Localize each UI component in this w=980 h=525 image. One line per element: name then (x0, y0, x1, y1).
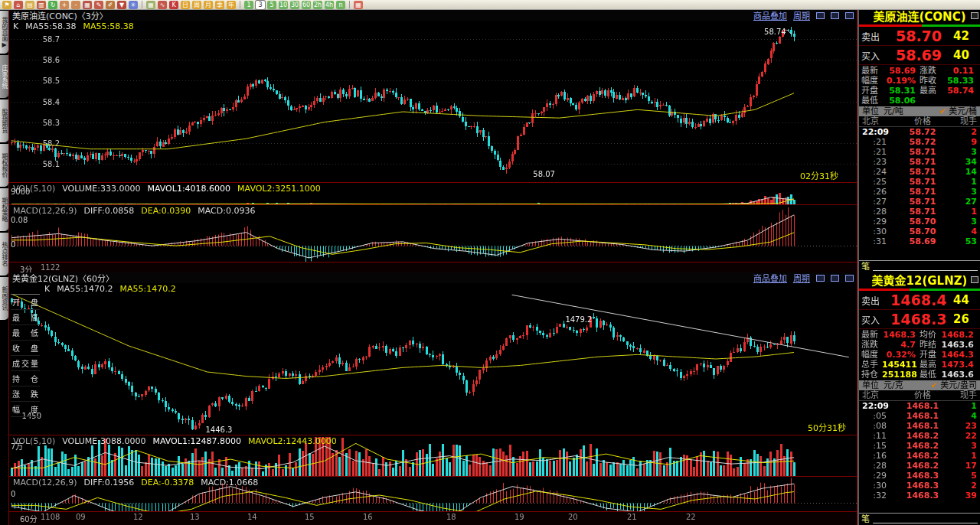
maximize-icon[interactable] (971, 12, 978, 19)
gold-volume-canvas[interactable] (9, 435, 857, 476)
toolbar-icon-snowflake[interactable]: ✳ (129, 1, 138, 9)
tick-row: :291468.35 (859, 471, 980, 481)
oil-bi-input[interactable] (873, 262, 978, 271)
maximize-icon[interactable] (971, 276, 978, 283)
sidebar-tab-7[interactable]: 新闻资讯 (0, 277, 8, 320)
layout-grid-icon[interactable] (845, 275, 854, 282)
oil-tick-header: 北京 价格 现手 (859, 116, 980, 127)
time-axis-label: 12 (133, 513, 143, 521)
sidebar-tab-6[interactable]: 热点排名 (0, 233, 8, 276)
time-axis-label: 20 (568, 513, 578, 521)
toolbar-icon-period-custom[interactable]: n (336, 1, 345, 9)
tick-row: :2158.713 (859, 147, 980, 157)
toolbar-icon-notebook[interactable]: ▤ (25, 1, 34, 9)
toolbar-icon-period-30min[interactable]: 30 (290, 1, 299, 9)
gold-time-axis: 60分 11080912131415161819202122 (9, 511, 857, 525)
toolbar-icon-home[interactable]: ⌂ (14, 1, 23, 9)
gold-price-canvas[interactable] (9, 283, 857, 435)
layout-single-icon[interactable] (816, 275, 825, 282)
time-axis-label: 21 (627, 513, 637, 521)
oil-bi-tab[interactable]: 笔 (861, 262, 870, 271)
layout-split-icon[interactable] (831, 275, 839, 282)
oil-overlay-link[interactable]: 商品叠加 (753, 9, 787, 21)
toolbar-icon-draw-pencil[interactable]: ✎ (94, 1, 103, 9)
gold-bi-input[interactable] (873, 515, 978, 523)
gold-period-label[interactable]: 60分 (20, 513, 38, 524)
tick-row: :2658.713 (859, 187, 980, 197)
tick-row: :151468.23 (859, 441, 980, 451)
sidebar-tab-4[interactable]: 期权报价 (0, 144, 8, 187)
toolbar-icon-period-120min[interactable]: 2h (313, 1, 322, 9)
oil-time-axis: 3分 1122 (9, 262, 857, 272)
toolbar-separator (349, 1, 350, 8)
oil-tick-list: 22:0958.722:2158.729:2158.713:2358.7134:… (859, 127, 980, 246)
time-axis-label: 13 (190, 513, 200, 521)
toolbar-icon-zoom-in[interactable]: + (60, 1, 69, 9)
oil-volume-canvas[interactable] (9, 183, 857, 204)
toolbar-icon-zoom-out[interactable]: - (71, 1, 80, 9)
layout-split-icon[interactable] (831, 12, 839, 19)
quote-info-row: 总手145411最高1473.4 (861, 360, 978, 370)
gold-unit-currency-toggle[interactable]: ✔ 美元/盎司 (931, 380, 977, 390)
gold-buy-price: 1468.3 (884, 311, 953, 328)
gold-buy-row[interactable]: 买入 1468.3 26 (859, 310, 980, 329)
toolbar-icon-quote-card[interactable]: ▥ (37, 1, 46, 9)
oil-unit-currency-toggle[interactable]: ✔ 美元/桶 (939, 106, 977, 116)
quote-info-row: 开盘58.31最高58.74 (861, 86, 978, 96)
time-axis-label: 14 (247, 513, 257, 521)
left-tab-strip: 我的页面▶庄家系统股指期货期权报价期权策略热点排名新闻资讯 (0, 10, 8, 525)
toolbar-icon-blocks[interactable]: ▦ (83, 1, 92, 9)
time-axis-label: 19 (514, 513, 524, 521)
toolbar-icon-period-240min[interactable]: 4h (325, 1, 334, 9)
toolbar-icon-bookmark[interactable]: ⚑ (2, 1, 11, 9)
oil-buy-row[interactable]: 买入 58.69 40 (859, 46, 980, 65)
toolbar-icon-period-60min[interactable]: 60 (302, 1, 311, 9)
oil-buy-price: 58.69 (884, 47, 953, 64)
layout-single-icon[interactable] (816, 12, 825, 19)
sidebar-tab-5[interactable]: 期权策略 (0, 188, 8, 231)
tick-row: :081468.123 (859, 421, 980, 431)
oil-quote-info-grid: 最新58.69涨跌0.11幅度0.19%昨收58.33开盘58.31最高58.7… (859, 65, 980, 106)
gold-overlay-link[interactable]: 商品叠加 (753, 272, 787, 284)
tick-row: :3058.704 (859, 227, 980, 236)
gold-macd-canvas[interactable] (9, 477, 857, 511)
tick-row: :2958.703 (859, 217, 980, 227)
toolbar-icon-period-quarter[interactable]: 季 (215, 1, 224, 9)
gold-sell-row[interactable]: 卖出 1468.4 44 (859, 291, 980, 310)
gold-period-link[interactable]: 周期 (793, 272, 810, 284)
oil-quote-section: 美原油连(CONC) 卖出 58.70 42 买入 58.69 40 最新58.… (859, 10, 980, 272)
oil-sell-row[interactable]: 卖出 58.70 42 (859, 27, 980, 46)
toolbar-icon-period-10min[interactable]: 10 (279, 1, 288, 9)
oil-macd-canvas[interactable] (9, 205, 857, 262)
sidebar-tab-2[interactable]: 庄家系统 (0, 55, 8, 98)
toolbar-icon-calculator[interactable]: ▦ (354, 1, 363, 9)
toolbar-icon-period-week[interactable]: 周 (192, 1, 201, 9)
toolbar-icon-period-3min[interactable]: 3 (256, 1, 265, 9)
toolbar-icon-period-5min[interactable]: 5 (267, 1, 276, 9)
time-axis-label: 22 (686, 513, 696, 521)
oil-period-link[interactable]: 周期 (793, 9, 810, 21)
toolbar-icon-draw-brush[interactable]: ✐ (106, 1, 115, 9)
gold-bi-bar: 笔 (859, 513, 980, 525)
toolbar-icon-filter[interactable]: ▼ (117, 1, 126, 9)
sidebar-tab-3[interactable]: 股指期货 (0, 99, 8, 142)
time-axis-label: 1108 (41, 513, 60, 521)
toolbar-icon-refresh[interactable]: ↻ (48, 1, 57, 9)
toolbar-icon-period-day[interactable]: 日 (181, 1, 190, 9)
tick-row: :111468.222 (859, 431, 980, 441)
gold-quote-title: 美黄金12(GLNZ) (859, 274, 980, 289)
oil-unit-bar: 单位 元/吨 ✔ 美元/桶 (859, 106, 980, 116)
toolbar-icon-k-line[interactable]: K (169, 1, 178, 9)
gold-bi-tab[interactable]: 笔 (861, 515, 870, 523)
sidebar-tab-1[interactable]: 我的页面▶ (0, 11, 8, 54)
layout-grid-icon[interactable] (845, 12, 854, 19)
toolbar-icon-period-year[interactable]: 年 (227, 1, 236, 9)
toolbar-icon-period-1min[interactable]: 1 (244, 1, 253, 9)
gold-ohlc-label-table: 开盘最高最低收盘成交量持仓涨跌幅度 (11, 294, 40, 417)
toolbar-separator (240, 1, 240, 8)
oil-price-canvas[interactable] (9, 21, 857, 182)
toolbar-icon-period-month[interactable]: 月 (204, 1, 213, 9)
toolbar-icon-trend-chart[interactable]: ∿ (158, 1, 167, 9)
toolbar-icon-quote-table[interactable]: ▦ (146, 1, 155, 9)
gold-macd-pane: MACD(12,26,9) DIFF:0.1956 DEA:-0.3378 MA… (9, 476, 857, 511)
